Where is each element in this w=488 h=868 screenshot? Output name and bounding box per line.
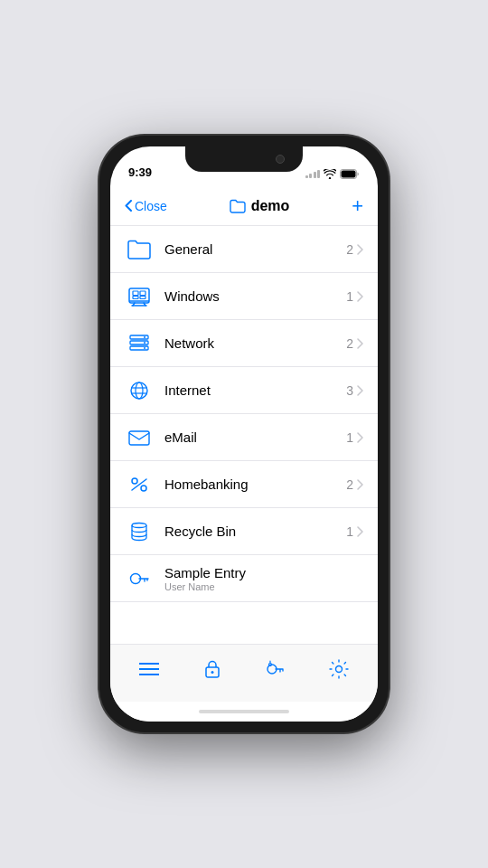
item-right: 1 [346, 524, 363, 539]
item-right: 2 [346, 242, 363, 257]
item-title: eMail [164, 429, 346, 445]
back-button[interactable]: Close [125, 199, 167, 213]
item-content: Recycle Bin [164, 524, 346, 539]
globe-icon [125, 376, 154, 405]
item-title: Network [164, 335, 346, 351]
wifi-icon [324, 169, 336, 179]
svg-point-15 [144, 342, 145, 344]
svg-point-31 [211, 671, 214, 674]
list-item[interactable]: Recycle Bin 1 [110, 508, 378, 555]
item-title: Recycle Bin [164, 524, 346, 539]
notch [185, 146, 303, 172]
svg-rect-1 [342, 171, 356, 178]
windows-icon [125, 282, 154, 311]
item-right: 3 [346, 383, 363, 398]
svg-rect-10 [140, 296, 145, 298]
list-item-sample-entry[interactable]: Sample Entry User Name [110, 555, 378, 602]
title-text: demo [251, 198, 290, 214]
item-content: eMail [164, 429, 346, 445]
svg-rect-7 [133, 291, 138, 296]
svg-point-17 [131, 382, 147, 399]
signal-icon [305, 170, 321, 178]
item-content: General [164, 241, 346, 257]
item-count: 1 [346, 524, 353, 539]
item-count: 1 [346, 430, 353, 445]
list-item[interactable]: Internet 3 [110, 367, 378, 414]
sample-title: Sample Entry [164, 565, 363, 580]
item-content: Sample Entry User Name [164, 565, 363, 592]
add-button[interactable]: + [352, 196, 363, 216]
svg-point-16 [144, 347, 145, 349]
item-title: General [164, 241, 346, 257]
battery-icon [340, 169, 360, 179]
svg-point-23 [141, 486, 146, 491]
home-indicator [110, 702, 378, 722]
item-content: Internet [164, 382, 346, 398]
svg-point-18 [136, 382, 143, 399]
item-content: Windows [164, 288, 346, 304]
camera [276, 155, 285, 164]
list-item[interactable]: General 2 [110, 226, 378, 273]
item-title: Windows [164, 288, 346, 304]
item-count: 2 [346, 336, 353, 351]
item-content: Network [164, 335, 346, 351]
item-right: 1 [346, 430, 363, 445]
nav-bar: Close demo + [110, 186, 378, 226]
item-right: 1 [346, 289, 363, 304]
nav-title: demo [230, 198, 290, 214]
network-icon [125, 329, 154, 358]
item-right: 2 [346, 336, 363, 351]
svg-point-22 [132, 478, 137, 484]
tab-bar [110, 644, 378, 702]
list-item[interactable]: Network 2 [110, 320, 378, 367]
back-label: Close [135, 199, 167, 213]
key-icon [125, 564, 154, 593]
svg-point-14 [144, 336, 145, 338]
tab-key-tag[interactable] [244, 645, 307, 693]
tab-settings[interactable] [307, 645, 371, 693]
item-count: 2 [346, 242, 353, 257]
list-item[interactable]: Windows 1 [110, 273, 378, 320]
item-count: 3 [346, 383, 353, 398]
item-count: 1 [346, 289, 353, 304]
status-time: 9:39 [128, 165, 152, 181]
svg-rect-9 [133, 296, 138, 298]
email-icon [125, 423, 154, 452]
svg-rect-8 [140, 291, 145, 296]
folder-icon [125, 235, 154, 264]
status-icons [305, 169, 361, 181]
item-title: Homebanking [164, 476, 346, 492]
items-list: General 2 [110, 226, 378, 644]
percent-icon [125, 470, 154, 499]
list-item[interactable]: eMail 1 [110, 414, 378, 461]
item-title: Internet [164, 382, 346, 398]
svg-point-25 [132, 523, 146, 527]
list-item[interactable]: Homebanking 2 [110, 461, 378, 508]
item-right: 2 [346, 477, 363, 492]
tab-list[interactable] [117, 645, 181, 693]
tab-lock[interactable] [181, 645, 244, 693]
svg-rect-21 [129, 431, 149, 445]
db-icon [125, 517, 154, 546]
svg-point-34 [336, 665, 343, 672]
item-content: Homebanking [164, 476, 346, 492]
svg-line-24 [132, 479, 146, 490]
item-count: 2 [346, 477, 353, 492]
sample-subtitle: User Name [164, 581, 363, 592]
